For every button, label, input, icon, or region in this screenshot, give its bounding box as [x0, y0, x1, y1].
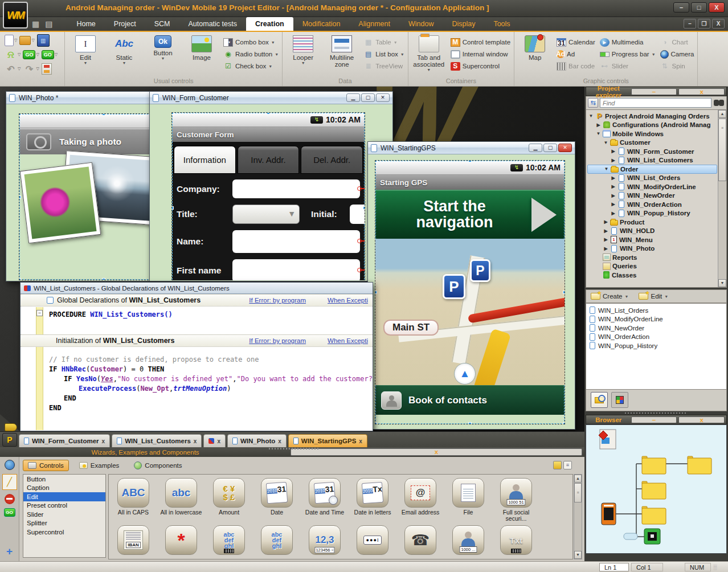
code-line[interactable]: PROCEDURE WIN_List_Customers()	[21, 310, 373, 320]
preset-tile-amount[interactable]: € ¥$ £Amount	[212, 478, 246, 522]
close-tab-icon[interactable]: x	[359, 438, 362, 444]
folder-node[interactable]	[688, 456, 711, 474]
analysis-icon[interactable]	[599, 430, 616, 449]
target-node[interactable]	[644, 529, 660, 544]
tree-scrollbar[interactable]: ▲ ≡ ▼	[718, 110, 726, 287]
expand-arrow-icon[interactable]: ▶	[611, 175, 616, 181]
folder-node[interactable]	[642, 456, 666, 474]
preset-tile-password[interactable]: ●●●I	[356, 525, 389, 555]
uml-button[interactable]	[42, 63, 52, 75]
tree-item-win-list-customers[interactable]: ▶WIN_List_Customers	[587, 156, 717, 165]
form-tab-inv-addr[interactable]: Inv. Addr.	[238, 146, 300, 174]
code-line[interactable]: END	[21, 394, 373, 403]
link-capsule[interactable]	[624, 533, 637, 540]
child-restore-button[interactable]: ❐	[698, 19, 710, 28]
selection-handle[interactable]	[363, 206, 365, 210]
selection-handle[interactable]	[375, 160, 377, 162]
menu-display[interactable]: Display	[443, 17, 484, 31]
code-line[interactable]: END	[21, 403, 373, 413]
selection-handle[interactable]	[363, 112, 365, 115]
preset-tile-iban[interactable]: IBAN	[117, 525, 150, 555]
control-type-splitter[interactable]: Splitter	[23, 519, 105, 528]
wizard-tab-examples[interactable]: Examples	[75, 460, 124, 471]
binoculars-icon[interactable]	[713, 98, 725, 108]
gps-header[interactable]: Starting GPS	[375, 175, 565, 190]
company-input[interactable]	[232, 179, 360, 198]
preset-tile-date-in-letters[interactable]: 2010TxtDate in letters	[356, 478, 389, 522]
tree-item-configurations-android-manag[interactable]: ▶Configurations (Android Manag	[587, 121, 717, 130]
photo-banner[interactable]: Taking a photo	[19, 128, 154, 154]
photo-statusbar[interactable]: ↯	[19, 114, 154, 128]
multiline-zone-button[interactable]: Multiline zone	[325, 34, 359, 68]
browser-close-button[interactable]: x	[678, 416, 725, 423]
tree-item-project-android-managing-orders[interactable]: ▼PProject Android Managing Orders	[587, 112, 717, 121]
selection-handle[interactable]	[468, 422, 472, 424]
scroll-up-button[interactable]: ▲	[718, 110, 726, 118]
new-button[interactable]: ▽	[5, 35, 17, 46]
close-tab-icon[interactable]: x	[194, 438, 197, 444]
gps-statusbar[interactable]: ↯ 10:02 AM	[375, 161, 565, 175]
selection-handle[interactable]	[563, 160, 565, 162]
preset-tile-asterisk[interactable]: *	[165, 525, 198, 555]
tulip-photo[interactable]	[20, 162, 101, 244]
doc-tab-win-startinggps[interactable]: WIN_StartingGPSx	[288, 434, 367, 447]
open-button[interactable]: ▽	[19, 36, 34, 45]
win-form-titlebar[interactable]: WIN_Form_Customer ▁ ▢ ✕	[150, 92, 392, 104]
tree-item-win-neworder[interactable]: ▶WIN_NewOrder	[587, 191, 717, 201]
menu-project[interactable]: Project	[105, 17, 145, 31]
save-button[interactable]: ▥	[37, 34, 50, 47]
grid-view-button[interactable]	[553, 461, 562, 469]
expand-arrow-icon[interactable]: ▶	[611, 202, 616, 207]
device-node[interactable]	[602, 503, 616, 525]
file-item-win-neworder[interactable]: WIN_NewOrder	[590, 324, 726, 333]
find-input[interactable]	[600, 98, 711, 108]
components-view-tab[interactable]	[611, 392, 628, 408]
project-explorer-header[interactable]: Project explorer – x	[586, 87, 727, 96]
control-type-supercontrol[interactable]: Supercontrol	[23, 528, 105, 537]
form-header[interactable]: Customer Form	[172, 127, 365, 142]
form-design-canvas[interactable]: ↯ 10:02 AM Customer Form InformationInv.…	[171, 112, 365, 280]
preset-tile-full-social-securi[interactable]: 1000 51Full social securi...	[500, 478, 533, 522]
tree-item-order[interactable]: ▼Order	[587, 165, 717, 174]
wizard-tab-controls[interactable]: Controls	[23, 460, 69, 471]
win-form-minimize[interactable]: ▁	[346, 93, 360, 102]
menu-window[interactable]: Window	[399, 17, 443, 31]
check-box-button[interactable]: ☑Check box▼	[223, 61, 279, 71]
browser-header[interactable]: Browser – x	[586, 415, 727, 424]
code-editor-titlebar[interactable]: WIN_List_Customers - Global Declarations…	[21, 283, 373, 294]
keyboard-icon[interactable]: ▦	[32, 19, 39, 28]
looper-button[interactable]: Looper▼	[286, 34, 320, 65]
android-button[interactable]: ⍾▽	[5, 48, 21, 61]
expand-arrow-icon[interactable]: ▶	[611, 193, 616, 198]
control-type-button[interactable]: Button	[23, 475, 105, 484]
close-tab-icon[interactable]: x	[102, 438, 105, 444]
menu-modification[interactable]: Modification	[293, 17, 350, 31]
close-tab-icon[interactable]: x	[217, 438, 220, 444]
code-line[interactable]: IF HNbRec(Customer) = 0 THEN	[21, 365, 373, 374]
tree-item-win-form-customer[interactable]: ▶WIN_Form_Customer	[587, 147, 717, 156]
menu-creation[interactable]: Creation	[246, 17, 293, 31]
resize-grip[interactable]: ░	[713, 564, 719, 570]
tree-item-product[interactable]: ▶Product	[587, 218, 717, 227]
selection-handle[interactable]	[563, 422, 565, 424]
tree-item-win-list-orders[interactable]: ▶WIN_List_Orders	[587, 174, 717, 183]
scroll-thumb[interactable]: ≡	[718, 119, 726, 181]
minimize-button[interactable]: –	[673, 2, 689, 13]
if-error-link[interactable]: If Error: by program	[249, 337, 306, 344]
selection-handle[interactable]	[19, 278, 21, 280]
control-type-slider[interactable]: Slider	[23, 510, 105, 519]
expand-arrow-icon[interactable]: ▼	[588, 113, 594, 119]
selection-handle[interactable]	[19, 113, 21, 116]
image-button[interactable]: Image	[185, 34, 219, 61]
gps-map[interactable]: P P Main ST ▲	[375, 239, 565, 385]
form-statusbar[interactable]: ↯ 10:02 AM	[172, 113, 365, 127]
selection-handle[interactable]	[563, 291, 565, 294]
selection-handle[interactable]	[102, 278, 105, 280]
close-button[interactable]: X	[709, 2, 725, 13]
add-icon[interactable]: +	[3, 545, 16, 558]
expand-arrow-icon[interactable]: ▼	[596, 131, 601, 136]
win-gps-minimize[interactable]: ▁	[529, 144, 542, 152]
title-combo[interactable]	[232, 205, 300, 224]
when-exception-link[interactable]: When Excepti	[328, 337, 368, 344]
wizards-close-button[interactable]: x	[291, 448, 582, 456]
